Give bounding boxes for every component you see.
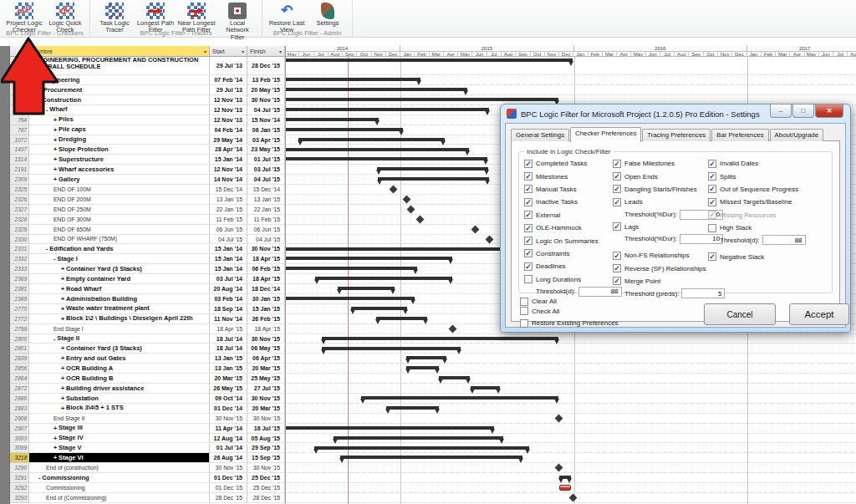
table-row[interactable]: 2329END OF 650M06 Jun '1506 Jun '15 [10, 225, 285, 235]
table-row[interactable]: 2839+Entry and out Gates13 Jan '1506 Apr… [10, 354, 285, 364]
expand-icon[interactable]: + [61, 345, 64, 351]
row-id-cell[interactable]: 2381 [10, 284, 29, 294]
table-row[interactable]: 2906End Stage II30 Nov '1530 Nov '15 [10, 414, 285, 424]
row-id-cell[interactable]: 2856 [10, 364, 29, 374]
row-id-cell[interactable]: 2330 [10, 235, 29, 245]
finish-date-cell[interactable]: 18 Dec '14 [247, 284, 285, 294]
table-row[interactable]: 1514+Superstructure15 Jan '1401 Jul '15 [10, 155, 285, 165]
start-date-cell[interactable]: 30 Nov '15 [210, 463, 247, 473]
filter-arrow-icon[interactable]: ▾ [242, 48, 244, 54]
summary-bar[interactable] [378, 177, 489, 181]
header-start-column[interactable]: Start ▾ [210, 46, 247, 57]
finish-date-cell[interactable]: 04 Jul '15 [247, 235, 285, 245]
task-name-cell[interactable]: END OF 200M [29, 195, 210, 205]
start-date-cell[interactable]: 12 Nov '14 [210, 165, 247, 175]
finish-date-cell[interactable]: 18 Apr '15 [247, 254, 285, 264]
checkbox-lags[interactable]: ✓ [613, 222, 621, 231]
row-id-cell[interactable]: 3003 [10, 434, 29, 444]
checkbox-negative-slack[interactable]: ✓ [708, 252, 716, 261]
checkbox-manual-tasks[interactable]: ✓ [524, 185, 532, 193]
start-date-cell[interactable]: 12 Aug '14 [210, 434, 247, 444]
start-date-cell[interactable]: 11 Nov '14 [210, 314, 247, 324]
start-date-cell[interactable]: 01 Dec '15 [210, 473, 247, 483]
table-row[interactable]: 2369+Empty container Yard03 Jul '1418 Ap… [10, 274, 285, 284]
row-id-cell[interactable]: 2332 [10, 254, 29, 264]
task-name-cell[interactable]: +OCR Building B [29, 374, 210, 384]
finish-date-cell[interactable]: 06 Feb '15 [247, 264, 285, 274]
expand-icon[interactable]: + [54, 455, 57, 461]
row-id-cell[interactable]: 2331 [10, 245, 29, 255]
expand-icon[interactable]: + [54, 137, 57, 143]
threshold-input-high-slack[interactable] [762, 235, 806, 245]
checkbox-out-of-sequence-progress[interactable]: ✓ [708, 185, 716, 193]
start-date-cell[interactable]: 12 Nov '13 [210, 95, 247, 105]
summary-bar[interactable] [351, 307, 407, 310]
expand-icon[interactable]: + [61, 266, 64, 272]
filter-arrow-icon[interactable]: ▾ [204, 48, 206, 54]
checkbox-splits[interactable]: ✓ [708, 172, 716, 181]
task-name-cell[interactable]: +Stage IV [29, 434, 210, 444]
task-name-cell[interactable]: +Block 1\2 \ Buildings \ Dieselgen April… [29, 314, 210, 324]
row-id-cell[interactable]: 787 [10, 125, 29, 135]
row-id-cell[interactable]: 1437 [10, 145, 29, 155]
start-date-cell[interactable]: 15 Jan '14 [210, 264, 247, 274]
row-id-cell[interactable]: 2907 [10, 424, 29, 434]
expand-icon[interactable]: + [61, 355, 64, 361]
finish-date-cell[interactable]: 15 Nov '14 [247, 115, 285, 125]
table-row[interactable]: 2327END OF 250M22 Jan '1522 Jan '15 [10, 205, 285, 215]
checkbox-false-milestones[interactable]: ✓ [613, 160, 621, 168]
start-date-cell[interactable]: 26 Aug '14 [210, 453, 247, 463]
start-date-cell[interactable]: 09 Oct '14 [210, 394, 247, 404]
table-row[interactable]: 2800-Stage II18 Jul '1430 Nov '15 [10, 334, 285, 344]
table-row[interactable]: 2381+Road Wharf20 Aug '1418 Dec '14 [10, 284, 285, 294]
checkbox-dangling-starts-finishes[interactable]: ✓ [613, 185, 621, 193]
row-id-cell[interactable]: 2864 [10, 374, 29, 384]
start-date-cell[interactable]: 13 Jan '15 [210, 354, 247, 364]
finish-date-cell[interactable]: 30 Nov '15 [247, 245, 285, 255]
checkbox-constraints[interactable]: ✓ [524, 249, 532, 257]
finish-date-cell[interactable]: 15 Jan '15 [247, 304, 285, 314]
task-name-cell[interactable]: +Road Wharf [29, 284, 210, 294]
start-date-cell[interactable]: 20 Mar '15 [210, 374, 247, 384]
expand-icon[interactable]: + [54, 146, 57, 152]
start-date-cell[interactable]: 11 Apr '14 [210, 424, 247, 434]
row-id-cell[interactable]: 2389 [10, 294, 29, 304]
row-id-cell[interactable]: 2883 [10, 404, 29, 414]
task-name-cell[interactable]: END OF 250M [29, 205, 210, 215]
finish-date-cell[interactable]: 18 Apr '15 [247, 324, 285, 334]
table-row[interactable]: 3003+Stage IV12 Aug '1405 Aug '15 [10, 434, 285, 444]
task-name-cell[interactable]: +Waste water treatment plant [29, 304, 210, 314]
finish-date-cell[interactable]: 15 Sep '15 [247, 453, 285, 463]
table-row[interactable]: 2880+Substation09 Oct '1430 Nov '15 [10, 394, 285, 404]
task-name-cell[interactable]: +Stage VI [29, 453, 210, 463]
row-id-cell[interactable]: 2325 [10, 185, 29, 195]
start-date-cell[interactable]: 01 Dec '14 [210, 404, 247, 414]
start-date-cell[interactable]: 14 Nov '14 [210, 175, 247, 185]
table-row[interactable]: 2856+OCR Building A13 Jan '1520 Mar '15 [10, 364, 285, 374]
finish-date-cell[interactable]: 25 Dec '15 [247, 483, 285, 493]
summary-bar[interactable] [285, 148, 469, 151]
task-name-cell[interactable]: +Wharf accessories [29, 165, 210, 175]
task-name-cell[interactable]: End of (Commissioning) [29, 493, 210, 503]
expand-icon[interactable]: + [54, 127, 57, 133]
tab-bar-preferences[interactable]: Bar Preferences [711, 129, 768, 141]
table-row[interactable]: 2864+OCR Building B20 Mar '1525 May '15 [10, 374, 285, 384]
summary-bar[interactable] [376, 317, 426, 320]
row-id-cell[interactable]: 3099 [10, 444, 29, 454]
checkbox-open-ends[interactable]: ✓ [613, 172, 621, 181]
checkbox-high-slack[interactable] [708, 224, 716, 232]
finish-date-cell[interactable]: 06 May '15 [247, 344, 285, 354]
table-row[interactable]: 2330END OF WHARF (750M)04 Jul '1504 Jul … [10, 235, 285, 245]
row-id-cell[interactable]: 2772 [10, 314, 29, 324]
task-name-cell[interactable]: +Superstructure [29, 155, 210, 165]
summary-bar[interactable] [471, 386, 500, 389]
task-name-cell[interactable]: Commissioning [29, 483, 210, 493]
minimize-button[interactable]: – [770, 104, 792, 118]
finish-date-cell[interactable]: 03 Jul '15 [247, 165, 285, 175]
finish-date-cell[interactable]: 29 Sep '15 [247, 444, 285, 454]
summary-bar[interactable] [334, 436, 503, 440]
task-name-cell[interactable]: +Dredging [29, 135, 210, 145]
task-name-cell[interactable]: End of (construction) [29, 463, 210, 473]
task-name-cell[interactable]: +Container Yard (3 Stacks) [29, 344, 210, 354]
row-id-cell[interactable]: 2880 [10, 394, 29, 404]
